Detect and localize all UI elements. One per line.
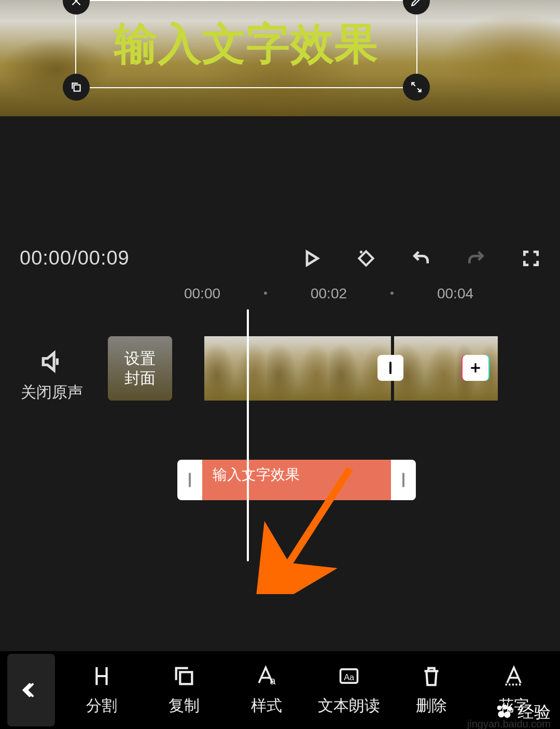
cover-label: 设置 封面 bbox=[124, 349, 156, 388]
svg-point-7 bbox=[502, 705, 507, 709]
text-track-clip[interactable]: 输入文字效果 bbox=[177, 460, 416, 500]
svg-text:a: a bbox=[270, 675, 275, 686]
tool-label: 文本朗读 bbox=[318, 695, 380, 717]
playhead[interactable] bbox=[247, 309, 249, 561]
watermark: 经验 bbox=[495, 701, 551, 724]
overlay-text: 输入文字效果 bbox=[76, 1, 416, 87]
rotate-scale-icon[interactable] bbox=[403, 74, 430, 101]
speaker-icon bbox=[39, 349, 65, 375]
fullscreen-button[interactable] bbox=[520, 247, 542, 270]
tool-label: 删除 bbox=[416, 695, 447, 717]
ruler-dot bbox=[264, 292, 267, 295]
video-preview[interactable]: 输入文字效果 bbox=[0, 0, 560, 116]
trash-icon bbox=[419, 664, 443, 688]
watermark-brand: 经验 bbox=[517, 701, 551, 724]
text-overlay-box[interactable]: 输入文字效果 bbox=[75, 0, 417, 88]
tool-copy[interactable]: 复制 bbox=[150, 664, 218, 717]
text-clip-handle-right[interactable] bbox=[391, 473, 416, 487]
ruler-tick: 00:00 bbox=[184, 285, 220, 302]
tool-label: 复制 bbox=[169, 695, 200, 717]
style-icon: a bbox=[255, 664, 278, 688]
svg-point-9 bbox=[498, 711, 504, 717]
svg-point-10 bbox=[504, 711, 510, 718]
svg-point-6 bbox=[497, 706, 502, 710]
back-button[interactable] bbox=[7, 654, 55, 726]
video-clip-1[interactable] bbox=[204, 336, 391, 401]
clip-transition-handle[interactable] bbox=[377, 355, 403, 381]
time-display: 00:00/00:09 bbox=[20, 247, 130, 269]
fancy-text-icon bbox=[502, 664, 526, 688]
add-clip-button[interactable] bbox=[463, 355, 488, 381]
undo-button[interactable] bbox=[410, 247, 432, 270]
svg-rect-2 bbox=[180, 672, 192, 684]
svg-rect-0 bbox=[74, 85, 80, 91]
svg-text:Aa: Aa bbox=[344, 672, 355, 682]
timeline[interactable]: 00:00 00:02 00:04 关闭原声 设置 封面 输入文字效果 bbox=[0, 280, 560, 560]
copy-icon bbox=[172, 664, 196, 688]
ruler-tick: 00:04 bbox=[437, 285, 473, 302]
time-ruler: 00:00 00:02 00:04 bbox=[0, 280, 560, 307]
ruler-dot bbox=[390, 292, 394, 295]
redo-button[interactable] bbox=[465, 247, 487, 270]
text-clip-label: 输入文字效果 bbox=[213, 465, 300, 485]
ruler-tick: 00:02 bbox=[311, 285, 347, 302]
set-cover-button[interactable]: 设置 封面 bbox=[108, 336, 172, 401]
svg-point-8 bbox=[508, 706, 512, 711]
bottom-toolbar: 分割 复制 a 样式 Aa 文本朗读 删除 花字 bbox=[0, 651, 560, 729]
tool-label: 分割 bbox=[86, 695, 117, 717]
text-clip-handle-left[interactable] bbox=[177, 473, 202, 487]
play-button[interactable] bbox=[300, 247, 323, 270]
keyframe-add-icon[interactable] bbox=[355, 247, 377, 270]
playback-bar: 00:00/00:09 bbox=[0, 236, 560, 280]
tool-split[interactable]: 分割 bbox=[68, 664, 135, 717]
tool-tts[interactable]: Aa 文本朗读 bbox=[315, 664, 383, 717]
tool-style[interactable]: a 样式 bbox=[233, 664, 300, 717]
copy-icon[interactable] bbox=[63, 74, 90, 101]
tts-icon: Aa bbox=[337, 664, 361, 688]
mute-label: 关闭原声 bbox=[0, 382, 104, 403]
mute-original-audio[interactable]: 关闭原声 bbox=[0, 336, 104, 403]
tool-delete[interactable]: 删除 bbox=[398, 664, 465, 717]
split-icon bbox=[90, 664, 114, 688]
paw-icon bbox=[495, 704, 513, 721]
tool-label: 样式 bbox=[251, 695, 282, 717]
